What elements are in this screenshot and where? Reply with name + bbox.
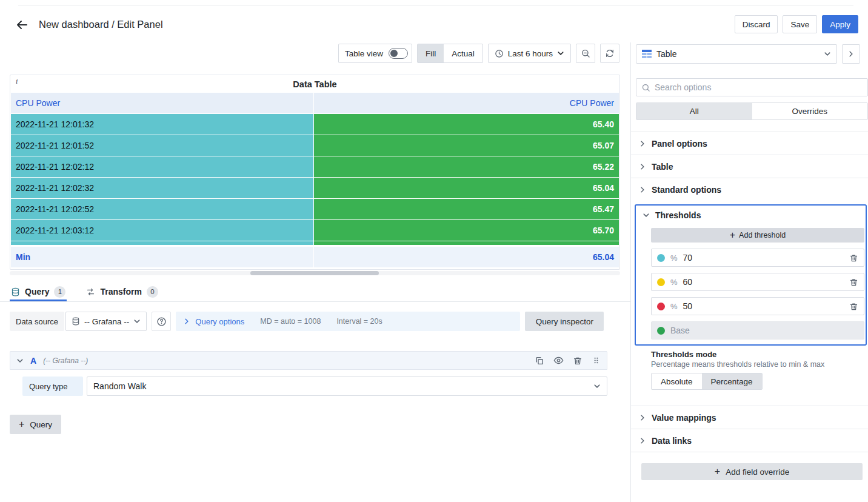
apply-button[interactable]: Apply: [822, 15, 858, 33]
chevron-down-icon: [557, 50, 564, 57]
datasource-picker[interactable]: -- Grafana --: [65, 312, 147, 331]
collapse-chevron-icon[interactable]: [16, 357, 24, 364]
zoom-out-icon: [581, 49, 590, 58]
delete-threshold-trash-icon[interactable]: [849, 302, 858, 311]
search-icon: [641, 83, 650, 92]
threshold-row[interactable]: % 70: [651, 249, 864, 267]
table-row: 2022-11-21 12:03:12 65.70: [11, 220, 619, 241]
column-header-time[interactable]: CPU Power: [11, 93, 313, 113]
discard-button[interactable]: Discard: [735, 15, 778, 33]
fit-mode-segmented: Fill Actual: [417, 44, 483, 63]
panel-info-icon[interactable]: i: [16, 77, 18, 86]
section-table[interactable]: Table: [631, 155, 868, 178]
table-row: 2022-11-21 12:01:32 65.40: [11, 114, 619, 135]
section-panel-options[interactable]: Panel options: [631, 132, 868, 155]
cell-value: 65.04: [314, 178, 619, 198]
page-title: New dashboard / Edit Panel: [39, 19, 163, 30]
column-header-value[interactable]: CPU Power: [314, 93, 619, 113]
threshold-color-dot[interactable]: [657, 303, 665, 310]
mode-percentage-option[interactable]: Percentage: [702, 373, 762, 389]
delete-query-trash-icon[interactable]: [573, 356, 583, 366]
tab-all[interactable]: All: [636, 103, 752, 119]
actual-option[interactable]: Actual: [444, 44, 482, 62]
save-button[interactable]: Save: [783, 15, 817, 33]
duplicate-icon[interactable]: [535, 356, 544, 366]
scrollbar-thumb[interactable]: [250, 271, 379, 275]
thresholds-mode-title: Thresholds mode: [651, 350, 716, 359]
hide-query-eye-icon[interactable]: [553, 355, 564, 366]
add-query-button[interactable]: + Query: [10, 415, 61, 434]
section-title: Standard options: [652, 185, 721, 195]
query-datasource-hint: (-- Grafana --): [43, 356, 88, 365]
panel-edit-main: Table view Fill Actual Last 6 hours i Da: [0, 42, 630, 502]
cell-value: 65.47: [314, 199, 619, 219]
threshold-value[interactable]: 50: [683, 301, 693, 311]
section-title: Panel options: [652, 139, 707, 149]
query-count-badge: 1: [54, 286, 65, 298]
back-button[interactable]: [15, 17, 30, 33]
time-range-picker[interactable]: Last 6 hours: [488, 44, 571, 63]
table-view-toggle[interactable]: [389, 48, 408, 59]
horizontal-scrollbar: [10, 271, 620, 275]
threshold-value[interactable]: 70: [683, 253, 693, 263]
zoom-out-button[interactable]: [576, 44, 595, 63]
datasource-help-button[interactable]: [152, 312, 171, 331]
chevron-down-icon: [133, 318, 141, 325]
chevron-down-icon: [593, 383, 601, 390]
threshold-value[interactable]: 60: [683, 277, 693, 287]
options-sidebar: Table All Overrides Panel options Table …: [630, 42, 868, 502]
query-ref-id: A: [30, 356, 36, 366]
editor-tabs: Query 1 Transform 0: [10, 282, 159, 301]
datasource-label: Data source: [10, 312, 64, 331]
tab-transform[interactable]: Transform 0: [85, 282, 159, 301]
mode-absolute-option[interactable]: Absolute: [652, 373, 702, 389]
threshold-row[interactable]: % 60: [651, 273, 864, 291]
threshold-color-dot[interactable]: [657, 278, 665, 286]
datasource-row: Data source -- Grafana -- Query options …: [10, 312, 604, 331]
query-type-value: Random Walk: [93, 381, 146, 391]
tab-query[interactable]: Query 1: [10, 282, 67, 301]
section-value-mappings[interactable]: Value mappings: [631, 406, 868, 429]
plus-icon: +: [730, 230, 735, 240]
add-threshold-button[interactable]: + Add threshold: [651, 228, 864, 243]
table-row: 2022-11-21 12:02:52 65.47: [11, 199, 619, 219]
add-query-label: Query: [30, 420, 52, 429]
query-inspector-button[interactable]: Query inspector: [525, 312, 604, 331]
section-data-links[interactable]: Data links: [631, 429, 868, 452]
fill-option[interactable]: Fill: [418, 44, 444, 62]
refresh-button[interactable]: [600, 44, 619, 63]
chevron-right-icon: [639, 437, 646, 444]
section-title: Table: [652, 162, 673, 172]
query-type-select[interactable]: Random Walk: [87, 376, 607, 396]
cell-time: 2022-11-21 12:03:12: [11, 220, 313, 241]
tab-overrides[interactable]: Overrides: [752, 103, 868, 119]
section-title: Data links: [652, 436, 692, 446]
drag-handle-icon[interactable]: [592, 356, 601, 365]
base-color-dot[interactable]: [657, 327, 665, 335]
search-input[interactable]: [655, 82, 863, 92]
chevron-right-icon: [639, 140, 646, 147]
delete-threshold-trash-icon[interactable]: [849, 253, 858, 263]
collapse-sidebar-button[interactable]: [842, 44, 860, 64]
clock-icon: [495, 49, 504, 58]
query-type-label: Query type: [22, 376, 83, 396]
add-field-override-button[interactable]: + Add field override: [641, 463, 863, 480]
threshold-color-dot[interactable]: [657, 254, 665, 262]
table-view-control: Table view: [338, 44, 412, 63]
tabs-divider: [0, 301, 630, 302]
section-standard-options[interactable]: Standard options: [631, 178, 868, 201]
question-circle-icon: [156, 316, 167, 327]
delete-threshold-trash-icon[interactable]: [849, 278, 858, 287]
visualization-picker[interactable]: Table: [636, 44, 837, 64]
grafana-edit-panel: New dashboard / Edit Panel Discard Save …: [0, 0, 868, 502]
query-editor-body: Query type Random Walk: [10, 370, 607, 407]
query-options-toggle[interactable]: Query options: [183, 317, 244, 326]
thresholds-header[interactable]: Thresholds: [636, 206, 866, 220]
panel-preview: i Data Table CPU Power CPU Power 2022-11…: [10, 75, 620, 270]
section-divider: [631, 452, 868, 452]
footer-label: Min: [11, 247, 313, 267]
threshold-base-row: Base: [651, 321, 864, 340]
threshold-row[interactable]: % 50: [651, 297, 864, 315]
query-options-label: Query options: [195, 317, 244, 326]
options-filter-tabs: All Overrides: [636, 102, 868, 120]
